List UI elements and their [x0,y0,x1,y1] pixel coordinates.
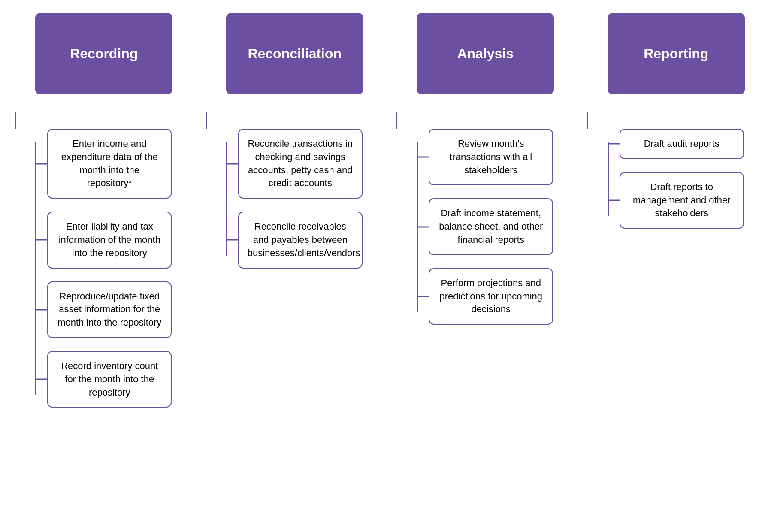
items-reconciliation: Reconcile transactions in checking and s… [226,129,363,269]
item-analysis-0: Review month's transactions with all sta… [429,129,553,185]
items-analysis: Review month's transactions with all sta… [417,129,554,325]
header-analysis: Analysis [417,13,554,94]
connector-line-analysis [396,112,397,129]
column-recording: RecordingEnter income and expenditure da… [9,13,200,408]
items-recording: Enter income and expenditure data of the… [35,129,172,408]
header-reporting: Reporting [608,13,745,94]
item-reporting-1: Draft reports to management and other st… [620,172,744,229]
item-analysis-2: Perform projections and predictions for … [429,268,553,325]
column-reconciliation: ReconciliationReconcile transactions in … [200,13,390,269]
item-reconciliation-1: Reconcile receivables and payables betwe… [238,212,363,268]
column-reporting: ReportingDraft audit reportsDraft report… [581,13,772,229]
items-reporting: Draft audit reportsDraft reports to mana… [608,129,745,229]
column-analysis: AnalysisReview month's transactions with… [390,13,581,325]
header-recording: Recording [35,13,172,94]
item-reconciliation-0: Reconcile transactions in checking and s… [238,129,363,199]
item-analysis-1: Draft income statement, balance sheet, a… [429,198,553,255]
connector-line-reporting [587,112,588,129]
item-reporting-0: Draft audit reports [620,129,744,159]
main-diagram: RecordingEnter income and expenditure da… [9,13,771,408]
item-recording-3: Record inventory count for the month int… [47,351,172,408]
connector-line-recording [15,112,16,129]
item-recording-2: Reproduce/update fixed asset information… [47,281,172,338]
item-recording-1: Enter liability and tax information of t… [47,212,172,268]
connector-line-reconciliation [206,112,207,129]
item-recording-0: Enter income and expenditure data of the… [47,129,172,199]
header-reconciliation: Reconciliation [226,13,363,94]
